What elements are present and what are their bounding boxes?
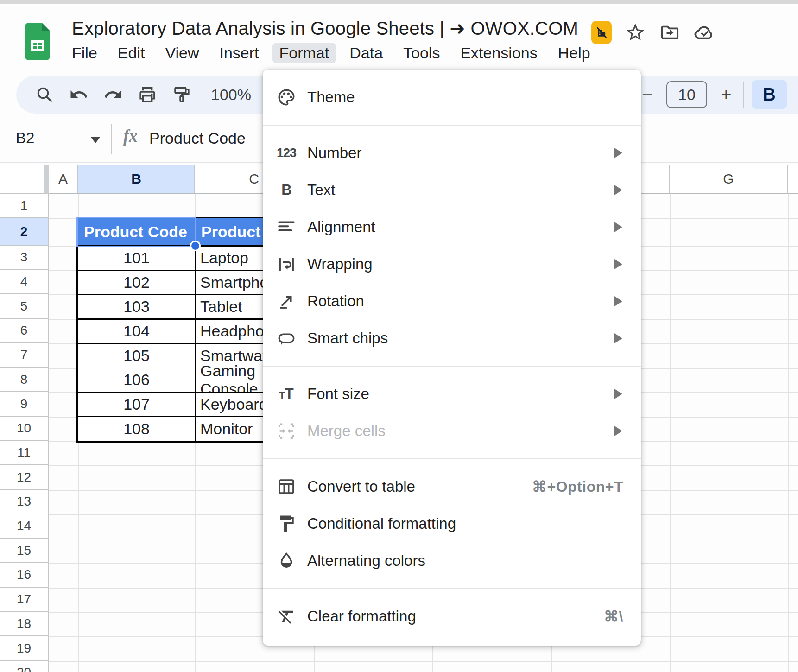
table-cell-code[interactable]: 101 bbox=[78, 246, 195, 270]
menubar-item-data[interactable]: Data bbox=[342, 43, 390, 63]
menu-item-theme[interactable]: Theme bbox=[263, 79, 641, 116]
alignment-icon bbox=[276, 216, 297, 238]
menu-item-label: Alignment bbox=[307, 218, 375, 236]
menu-item-text[interactable]: BText bbox=[263, 171, 641, 209]
row-header-15[interactable]: 15 bbox=[0, 539, 49, 563]
row-header-17[interactable]: 17 bbox=[0, 588, 49, 612]
toolbar-divider bbox=[743, 82, 744, 108]
table-header-cell[interactable]: Product Code bbox=[78, 218, 195, 246]
gridline-v bbox=[670, 194, 671, 672]
wrapping-icon bbox=[276, 254, 297, 275]
menu-item-number[interactable]: 123Number bbox=[263, 134, 641, 171]
menu-shortcut-label: ⌘+Option+T bbox=[532, 478, 623, 495]
table-icon bbox=[276, 476, 297, 497]
table-cell-code[interactable]: 104 bbox=[78, 319, 195, 343]
table-cell-code[interactable]: 106 bbox=[78, 368, 195, 393]
row-header-9[interactable]: 9 bbox=[0, 392, 49, 417]
menu-item-clear-formatting[interactable]: Clear formatting⌘\ bbox=[263, 598, 641, 635]
menubar-item-format[interactable]: Format bbox=[272, 43, 336, 63]
cloud-saved-icon[interactable] bbox=[693, 22, 716, 43]
menu-item-label: Wrapping bbox=[307, 255, 373, 273]
paint-brush-icon bbox=[276, 513, 297, 534]
menu-divider bbox=[263, 125, 641, 126]
table-cell-code[interactable]: 102 bbox=[78, 270, 195, 295]
font-size-icon: TT bbox=[276, 383, 297, 405]
fx-icon: fx bbox=[123, 126, 138, 146]
row-header-18[interactable]: 18 bbox=[0, 612, 49, 637]
row-header-4[interactable]: 4 bbox=[0, 270, 49, 295]
fill-handle[interactable] bbox=[190, 241, 201, 251]
name-box[interactable]: B2 bbox=[16, 129, 34, 147]
number-123-icon: 123 bbox=[276, 142, 297, 164]
sheets-logo-icon[interactable] bbox=[25, 23, 50, 60]
submenu-arrow-icon bbox=[614, 426, 622, 436]
zoom-control[interactable]: 100% bbox=[211, 86, 251, 104]
move-folder-icon[interactable] bbox=[659, 22, 680, 43]
smart-chips-icon bbox=[276, 328, 297, 349]
row-header-11[interactable]: 11 bbox=[0, 441, 49, 466]
row-header-6[interactable]: 6 bbox=[0, 319, 49, 343]
table-cell-code[interactable]: 103 bbox=[78, 294, 195, 319]
bold-text-icon: B bbox=[276, 179, 297, 201]
submenu-arrow-icon bbox=[614, 185, 622, 195]
menu-item-alignment[interactable]: Alignment bbox=[263, 209, 641, 246]
row-header-5[interactable]: 5 bbox=[0, 294, 49, 319]
bold-button[interactable]: B bbox=[752, 80, 787, 109]
print-icon[interactable] bbox=[138, 85, 157, 104]
droplet-icon bbox=[276, 550, 297, 571]
column-header-B[interactable]: B bbox=[78, 165, 195, 194]
menubar-item-help[interactable]: Help bbox=[551, 43, 597, 63]
search-icon[interactable] bbox=[35, 85, 54, 104]
row-header-16[interactable]: 16 bbox=[0, 563, 49, 588]
menubar-item-file[interactable]: File bbox=[65, 43, 104, 63]
submenu-arrow-icon bbox=[614, 389, 622, 399]
menu-item-label: Number bbox=[307, 144, 361, 162]
column-header-A[interactable]: A bbox=[49, 165, 78, 194]
grid-corner-select-all[interactable] bbox=[0, 165, 49, 194]
name-box-caret-icon[interactable] bbox=[91, 137, 100, 143]
clear-format-icon bbox=[276, 606, 297, 627]
menubar-item-tools[interactable]: Tools bbox=[396, 43, 447, 63]
row-header-14[interactable]: 14 bbox=[0, 514, 49, 539]
extension-badge-icon[interactable] bbox=[591, 21, 612, 44]
submenu-arrow-icon bbox=[614, 148, 622, 158]
menu-item-smart-chips[interactable]: Smart chips bbox=[263, 320, 641, 357]
table-cell-code[interactable]: 105 bbox=[78, 343, 195, 368]
row-header-1[interactable]: 1 bbox=[0, 194, 49, 218]
document-title[interactable]: Exploratory Data Analysis in Google Shee… bbox=[72, 18, 578, 39]
star-icon[interactable] bbox=[625, 22, 646, 43]
menu-item-rotation[interactable]: Rotation bbox=[263, 283, 641, 320]
table-cell-code[interactable]: 107 bbox=[78, 392, 195, 417]
row-header-7[interactable]: 7 bbox=[0, 343, 49, 368]
menu-divider bbox=[263, 458, 641, 459]
column-header-G[interactable]: G bbox=[670, 165, 788, 194]
undo-icon[interactable] bbox=[69, 85, 89, 104]
font-size-input[interactable]: 10 bbox=[666, 81, 707, 108]
paint-format-icon[interactable] bbox=[172, 85, 191, 104]
menubar-item-edit[interactable]: Edit bbox=[111, 43, 152, 63]
menu-item-font-size[interactable]: TTFont size bbox=[263, 375, 641, 412]
column-header-x7[interactable] bbox=[788, 165, 798, 194]
formula-bar-input[interactable]: Product Code bbox=[149, 129, 246, 147]
menu-item-alternating-colors[interactable]: Alternating colors bbox=[263, 542, 641, 579]
row-header-2[interactable]: 2 bbox=[0, 218, 49, 246]
submenu-arrow-icon bbox=[614, 333, 622, 343]
row-header-13[interactable]: 13 bbox=[0, 490, 49, 514]
row-header-3[interactable]: 3 bbox=[0, 246, 49, 270]
menu-item-convert-to-table[interactable]: Convert to table⌘+Option+T bbox=[263, 468, 641, 505]
increase-font-size-button[interactable]: + bbox=[714, 84, 739, 105]
table-cell-code[interactable]: 108 bbox=[78, 417, 195, 441]
format-menu-dropdown: Theme123NumberBTextAlignmentWrappingRota… bbox=[263, 70, 641, 646]
titlebar-actions bbox=[591, 20, 798, 44]
menubar-item-extensions[interactable]: Extensions bbox=[453, 43, 544, 63]
row-header-20[interactable]: 20 bbox=[0, 661, 49, 672]
row-header-8[interactable]: 8 bbox=[0, 368, 49, 393]
menu-item-wrapping[interactable]: Wrapping bbox=[263, 246, 641, 283]
menubar-item-insert[interactable]: Insert bbox=[212, 43, 266, 63]
redo-icon[interactable] bbox=[103, 85, 123, 104]
row-header-19[interactable]: 19 bbox=[0, 636, 49, 661]
menubar-item-view[interactable]: View bbox=[158, 43, 206, 63]
menu-item-conditional-formatting[interactable]: Conditional formatting bbox=[263, 505, 641, 542]
row-header-10[interactable]: 10 bbox=[0, 417, 49, 441]
row-header-12[interactable]: 12 bbox=[0, 465, 49, 490]
